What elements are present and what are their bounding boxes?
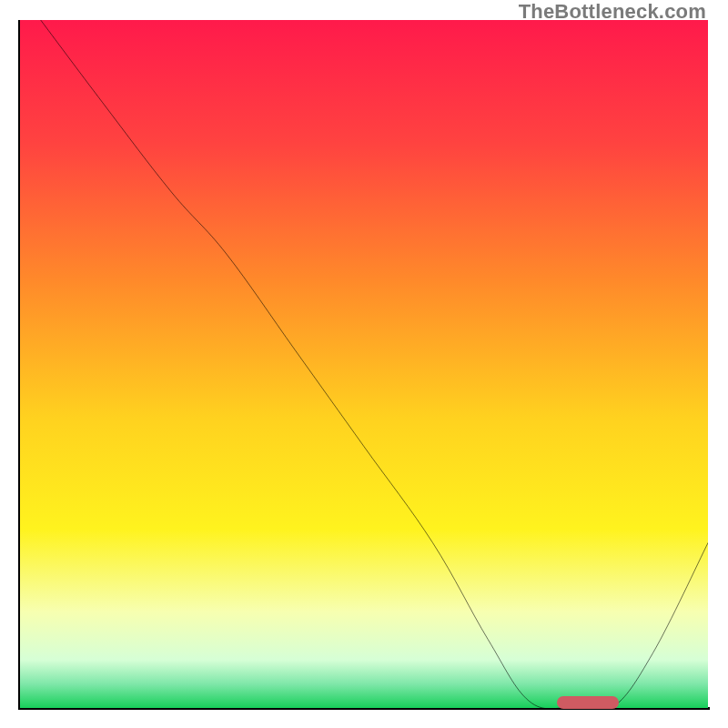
watermark-text: TheBottleneck.com [519, 0, 706, 24]
optimal-marker [557, 696, 619, 709]
plot-area [20, 20, 708, 708]
chart-container: TheBottleneck.com [0, 0, 728, 728]
bottleneck-curve [20, 20, 708, 708]
